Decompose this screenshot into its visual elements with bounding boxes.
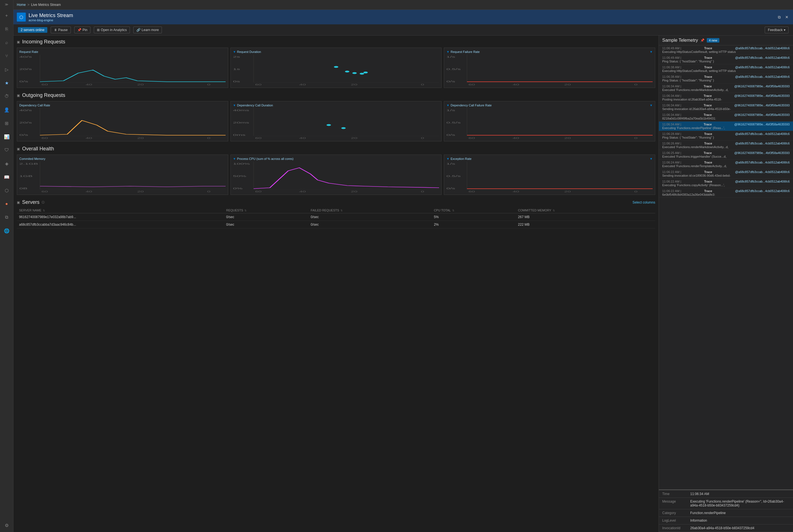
- cpu-filter-icon[interactable]: ▼: [233, 157, 236, 160]
- close-button[interactable]: ✕: [784, 14, 790, 20]
- svg-text:40/s: 40/s: [19, 55, 32, 58]
- learn-more-icon: 🔗: [136, 28, 140, 32]
- telemetry-item-desc: Posting invocation id:26ab30a4-a94a-4518…: [662, 98, 790, 101]
- sidebar-expand-btn[interactable]: ≫: [0, 0, 14, 9]
- pause-button[interactable]: ⏸ Pause: [51, 26, 71, 33]
- telemetry-item[interactable]: 11:06:22 AM | Trace @a68c857dfb3ccab...4…: [659, 188, 793, 198]
- sidebar-plus-icon[interactable]: +: [0, 9, 14, 22]
- new-badge: 4 new: [707, 38, 719, 42]
- exception-filter-icon[interactable]: ▼: [446, 157, 449, 160]
- sort-icon-cpu[interactable]: ⇅: [452, 209, 454, 212]
- sidebar-search-icon[interactable]: ⌕: [0, 36, 14, 49]
- telemetry-item-time: 11:06:25 AM |: [662, 151, 681, 155]
- sidebar-clock-icon[interactable]: ⏱: [0, 90, 14, 103]
- telemetry-item[interactable]: 11:06:25 AM | Trace @96162740087989e...4…: [659, 150, 793, 159]
- svg-text:0: 0: [421, 137, 424, 139]
- sidebar-explorer-icon[interactable]: ⎘: [0, 22, 14, 36]
- server-failed-cell: 0/sec: [308, 221, 432, 228]
- pin-button[interactable]: 📌 Pin: [74, 26, 91, 33]
- telemetry-item[interactable]: 11:06:34 AM | Trace @96162740087989e...4…: [659, 93, 793, 102]
- sort-icon-memory[interactable]: ⇅: [553, 209, 555, 212]
- telemetry-item-time: 11:06:34 AM |: [662, 122, 681, 126]
- dep-filter-icon[interactable]: ▼: [233, 103, 236, 107]
- telemetry-item[interactable]: 11:06:49 AM | Trace @a68c857dfb3ccab...4…: [659, 55, 793, 64]
- servers-header: ▣ Servers ⓘ Select columns: [17, 200, 655, 205]
- dep-add-icon[interactable]: ▼: [649, 103, 653, 107]
- incoming-collapse-icon[interactable]: ▣: [17, 40, 20, 44]
- sidebar-chart-icon[interactable]: 📊: [0, 130, 14, 144]
- sidebar-globe-icon[interactable]: 🌐: [0, 224, 14, 238]
- telemetry-list: 11:06:49 AM | Trace @a68c857dfb3ccab...4…: [659, 45, 793, 490]
- sidebar-gear-icon[interactable]: ⚙: [0, 518, 14, 532]
- sidebar-layers-icon[interactable]: ⧉: [0, 211, 14, 224]
- sidebar-run-icon[interactable]: ▷: [0, 63, 14, 76]
- sidebar-user-icon[interactable]: 👤: [0, 103, 14, 116]
- sidebar-star-icon[interactable]: ★: [0, 76, 14, 90]
- sidebar-hexagon-icon[interactable]: ⬡: [0, 184, 14, 197]
- telemetry-item[interactable]: 11:06:49 AM | Trace @a68c857dfb3ccab...4…: [659, 45, 793, 55]
- telemetry-item[interactable]: 11:06:34 AM | Trace @96162740087989e...4…: [659, 112, 793, 121]
- sort-icon-requests[interactable]: ⇅: [244, 209, 247, 212]
- request-duration-title: ▼ Request Duration: [233, 50, 439, 54]
- svg-text:0/s: 0/s: [446, 133, 455, 136]
- dep-failure-filter-icon[interactable]: ▼: [446, 103, 449, 107]
- telemetry-item[interactable]: 11:06:34 AM | Trace @96162740087989e...4…: [659, 102, 793, 112]
- telemetry-item[interactable]: 11:06:38 AM | Trace @a68c857dfb3ccab...4…: [659, 64, 793, 74]
- filter-icon-2[interactable]: ▼: [446, 50, 449, 54]
- telemetry-item[interactable]: 11:06:34 AM | Trace @96162740087989e...4…: [659, 121, 793, 131]
- svg-text:2s: 2s: [233, 55, 240, 58]
- svg-text:40: 40: [513, 83, 519, 86]
- cpu-chart: ▼ Process CPU (sum of % across all cores…: [230, 155, 442, 195]
- svg-text:0.5/s: 0.5/s: [446, 68, 460, 71]
- telemetry-item-type: Trace: [704, 132, 712, 135]
- servers-info-icon[interactable]: ⓘ: [42, 201, 44, 204]
- outgoing-collapse-icon[interactable]: ▣: [17, 94, 20, 97]
- telemetry-item[interactable]: 11:06:34 AM | Trace @96162740087989e...4…: [659, 83, 793, 93]
- title-bar-left: ⬡ Live Metrics Stream acme-blog-engine: [17, 13, 73, 22]
- detail-loglevel-value: Information: [687, 517, 793, 525]
- telemetry-item[interactable]: 11:06:28 AM | Trace @a68c857dfb3ccab...4…: [659, 131, 793, 140]
- telemetry-item[interactable]: 11:06:24 AM | Trace @a68c857dfb3ccab...4…: [659, 159, 793, 169]
- feedback-button[interactable]: Feedback ▾: [765, 26, 789, 33]
- health-collapse-icon[interactable]: ▣: [17, 147, 20, 151]
- pause-label: Pause: [58, 28, 68, 32]
- restore-button[interactable]: ⧉: [777, 14, 782, 21]
- sort-icon-failed[interactable]: ⇅: [340, 209, 343, 212]
- table-row[interactable]: 96162740087989e17e032a98b7ab9... 0/sec 0…: [17, 213, 655, 221]
- exception-chart: ▼ Exception Rate ▼ 1/s 0.5/s 0/s: [444, 155, 655, 195]
- telemetry-item[interactable]: 11:06:22 AM | Trace @a68c857dfb3ccab...4…: [659, 169, 793, 179]
- telemetry-item-id: @a68c857dfb3ccab...4cb0512ab406fc6: [735, 132, 790, 135]
- server-requests-cell: 0/sec: [224, 213, 308, 221]
- svg-text:0.5/s: 0.5/s: [446, 174, 460, 177]
- sidebar-source-icon[interactable]: ⑂: [0, 49, 14, 63]
- open-analytics-button[interactable]: ⊞ Open in Analytics: [94, 26, 130, 33]
- learn-more-button[interactable]: 🔗 Learn more: [133, 26, 162, 33]
- svg-text:20: 20: [351, 83, 357, 86]
- sidebar-book-icon[interactable]: 📖: [0, 170, 14, 184]
- sort-icon-name[interactable]: ⇅: [43, 209, 45, 212]
- servers-collapse-icon[interactable]: ▣: [17, 201, 20, 204]
- telemetry-item[interactable]: 11:06:26 AM | Trace @a68c857dfb3ccab...4…: [659, 140, 793, 150]
- detail-invocation-value: 26ab30a4-a94a-4518-b50e-b83437259cd4: [687, 525, 793, 532]
- exception-add-icon[interactable]: ▼: [649, 157, 653, 160]
- telemetry-item-time: 11:06:22 AM |: [662, 189, 681, 193]
- sidebar-grid-icon[interactable]: ⊞: [0, 116, 14, 130]
- add-chart-icon[interactable]: ▼: [649, 50, 653, 54]
- select-columns-button[interactable]: Select columns: [632, 201, 655, 204]
- filter-icon[interactable]: ▼: [233, 50, 236, 54]
- server-name-cell: a68c857dfb3ccabba7d3aac946c84b...: [17, 221, 224, 228]
- sidebar-cube-icon[interactable]: ◈: [0, 157, 14, 170]
- sidebar-shield-icon[interactable]: 🛡: [0, 144, 14, 157]
- toolbar-right: Feedback ▾: [765, 26, 789, 33]
- telemetry-item[interactable]: 11:06:22 AM | Trace @a68c857dfb3ccab...4…: [659, 179, 793, 188]
- svg-text:0/s: 0/s: [19, 133, 28, 136]
- table-row[interactable]: a68c857dfb3ccabba7d3aac946c84b... 0/sec …: [17, 221, 655, 228]
- sidebar-circle-icon[interactable]: ●: [0, 197, 14, 211]
- telemetry-item[interactable]: 11:06:38 AM | Trace @a68c857dfb3ccab...4…: [659, 74, 793, 83]
- svg-text:0ms: 0ms: [233, 133, 246, 136]
- incoming-title: Incoming Requests: [22, 39, 65, 45]
- health-title: Overall Health: [22, 146, 54, 152]
- svg-text:50%: 50%: [233, 174, 246, 177]
- toolbar-left: 2 servers online ⏸ Pause 📌 Pin ⊞ Open in…: [18, 26, 162, 33]
- breadcrumb-home[interactable]: Home: [17, 3, 26, 7]
